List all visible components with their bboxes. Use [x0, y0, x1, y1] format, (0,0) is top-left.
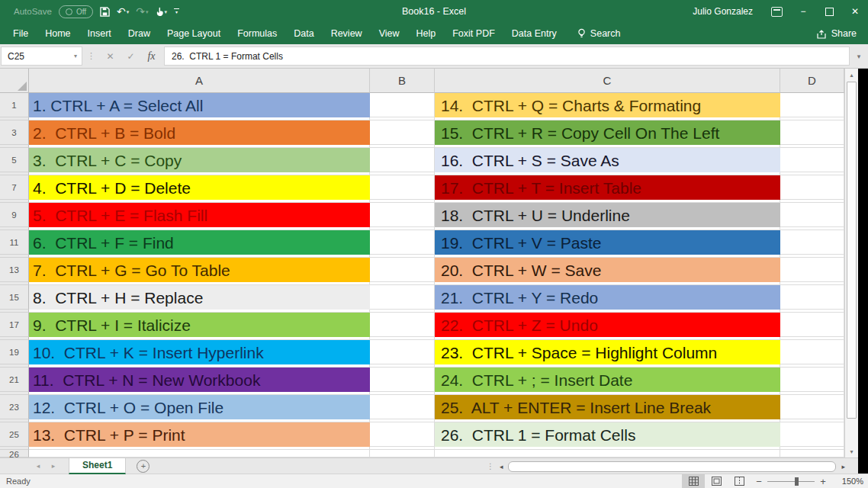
- tab-home[interactable]: Home: [37, 23, 79, 44]
- cell-A25[interactable]: 13. CTRL + P = Print: [29, 422, 370, 447]
- row-header-1[interactable]: 1: [0, 93, 29, 117]
- cell-D19[interactable]: [780, 340, 844, 364]
- cell-D21[interactable]: [780, 368, 844, 392]
- cell-D25[interactable]: [780, 422, 844, 447]
- tab-file[interactable]: File: [0, 23, 37, 44]
- cell-C9[interactable]: 18. CTRL + U = Underline: [435, 203, 780, 227]
- cell-B9[interactable]: [370, 203, 435, 227]
- cell-C5[interactable]: 16. CTRL + S = Save As: [435, 148, 780, 172]
- row-header-17[interactable]: 17: [0, 313, 29, 337]
- add-sheet-button[interactable]: +: [137, 460, 149, 473]
- cell-D17[interactable]: [780, 313, 844, 337]
- tab-help[interactable]: Help: [408, 23, 445, 44]
- tab-formulas[interactable]: Formulas: [229, 23, 285, 44]
- cell-D1[interactable]: [780, 93, 844, 117]
- close-button[interactable]: ✕: [842, 0, 868, 23]
- cell-C1[interactable]: 14. CTRL + Q = Charts & Formating: [435, 93, 780, 117]
- view-page-break-button[interactable]: [728, 474, 751, 488]
- tab-data-entry[interactable]: Data Entry: [503, 23, 565, 44]
- cell-C26[interactable]: [435, 450, 780, 458]
- cell-C13[interactable]: 20. CTRL + W = Save: [435, 258, 780, 282]
- save-button[interactable]: [100, 7, 110, 17]
- cell-C11[interactable]: 19. CTRL + V = Paste: [435, 230, 780, 255]
- touch-mode-button[interactable]: ▾: [156, 7, 168, 17]
- cell-B23[interactable]: [370, 395, 435, 419]
- cell-C25[interactable]: 26. CTRL 1 = Format Cells: [435, 422, 780, 447]
- cell-A13[interactable]: 7. CTRL + G = Go To Table: [29, 258, 370, 282]
- row-header-7[interactable]: 7: [0, 175, 29, 200]
- cell-D23[interactable]: [780, 395, 844, 419]
- undo-button[interactable]: ↶ ▾: [117, 6, 129, 17]
- cell-B17[interactable]: [370, 313, 435, 337]
- name-box-caret[interactable]: ▾: [74, 53, 82, 59]
- view-normal-button[interactable]: [682, 474, 705, 488]
- customize-qat-button[interactable]: ▾: [174, 8, 179, 14]
- h-scroll-thumb[interactable]: [508, 461, 836, 472]
- row-header-15[interactable]: 15: [0, 285, 29, 310]
- row-header-19[interactable]: 19: [0, 340, 29, 364]
- column-header-b[interactable]: B: [370, 69, 435, 93]
- tab-data[interactable]: Data: [285, 23, 322, 44]
- cell-B5[interactable]: [370, 148, 435, 172]
- h-scroll-right[interactable]: ▸: [841, 463, 845, 470]
- touch-mode-caret[interactable]: ▾: [165, 9, 168, 14]
- user-name[interactable]: Julio Gonzalez: [693, 6, 753, 17]
- cell-D3[interactable]: [780, 120, 844, 145]
- cell-A11[interactable]: 6. CTRL + F = Find: [29, 230, 370, 255]
- cell-D13[interactable]: [780, 258, 844, 282]
- cell-A3[interactable]: 2. CTRL + B = Bold: [29, 120, 370, 145]
- autosave-toggle[interactable]: Off: [59, 5, 93, 18]
- row-header-23[interactable]: 23: [0, 395, 29, 419]
- row-header-11[interactable]: 11: [0, 230, 29, 255]
- row-header-5[interactable]: 5: [0, 148, 29, 172]
- search-button[interactable]: Search: [577, 28, 621, 39]
- cell-B13[interactable]: [370, 258, 435, 282]
- row-header-13[interactable]: 13: [0, 258, 29, 282]
- ribbon-display-options-icon[interactable]: [771, 7, 783, 17]
- view-page-layout-button[interactable]: [705, 474, 728, 488]
- cell-B25[interactable]: [370, 422, 435, 447]
- cell-A9[interactable]: 5. CTRL + E = Flash Fill: [29, 203, 370, 227]
- row-header-25[interactable]: 25: [0, 422, 29, 447]
- cell-C19[interactable]: 23. CTRL + Space = Highlight Column: [435, 340, 780, 364]
- cell-C15[interactable]: 21. CTRL + Y = Redo: [435, 285, 780, 310]
- cell-A19[interactable]: 10. CTRL + K = Insert Hyperlink: [29, 340, 370, 364]
- tab-page-layout[interactable]: Page Layout: [159, 23, 229, 44]
- cell-C3[interactable]: 15. CTRL + R = Copy Cell On The Left: [435, 120, 780, 145]
- cell-B26[interactable]: [370, 450, 435, 458]
- cell-C23[interactable]: 25. ALT + ENTER = Insert Line Break: [435, 395, 780, 419]
- sheet-tab-sheet1[interactable]: Sheet1: [69, 458, 126, 474]
- column-header-c[interactable]: C: [435, 69, 780, 93]
- zoom-slider-thumb[interactable]: [795, 477, 799, 486]
- cell-A5[interactable]: 3. CTRL + C = Copy: [29, 148, 370, 172]
- tab-insert[interactable]: Insert: [79, 23, 120, 44]
- cell-A26[interactable]: [29, 450, 370, 458]
- tab-draw[interactable]: Draw: [120, 23, 159, 44]
- tab-review[interactable]: Review: [323, 23, 371, 44]
- share-button[interactable]: Share: [816, 28, 868, 39]
- zoom-out-button[interactable]: −: [751, 476, 767, 487]
- row-header-3[interactable]: 3: [0, 120, 29, 145]
- cell-B1[interactable]: [370, 93, 435, 117]
- insert-function-button[interactable]: fx: [141, 50, 162, 63]
- select-all-corner[interactable]: [0, 69, 29, 93]
- enter-button[interactable]: ✓: [121, 51, 141, 62]
- column-header-a[interactable]: A: [29, 69, 370, 93]
- cell-A23[interactable]: 12. CTRL + O = Open File: [29, 395, 370, 419]
- zoom-level[interactable]: 150%: [831, 477, 863, 486]
- vertical-scrollbar[interactable]: ▴ ▾: [844, 69, 858, 458]
- cell-B19[interactable]: [370, 340, 435, 364]
- cell-C21[interactable]: 24. CTRL + ; = Insert Date: [435, 368, 780, 392]
- horizontal-scrollbar[interactable]: ⋮ ◂ ▸: [487, 458, 845, 474]
- cell-C7[interactable]: 17. CTRL + T = Insert Table: [435, 175, 780, 200]
- cell-B11[interactable]: [370, 230, 435, 255]
- cell-D15[interactable]: [780, 285, 844, 310]
- cell-B15[interactable]: [370, 285, 435, 310]
- cell-B7[interactable]: [370, 175, 435, 200]
- name-box[interactable]: C25 ▾: [1, 47, 82, 66]
- sheet-nav-right[interactable]: ▸: [46, 462, 61, 470]
- cell-A21[interactable]: 11. CTRL + N = New Workbook: [29, 368, 370, 392]
- formula-input[interactable]: 26. CTRL 1 = Format Cells: [164, 47, 850, 66]
- zoom-in-button[interactable]: +: [815, 476, 831, 487]
- undo-dropdown-caret[interactable]: ▾: [127, 9, 130, 14]
